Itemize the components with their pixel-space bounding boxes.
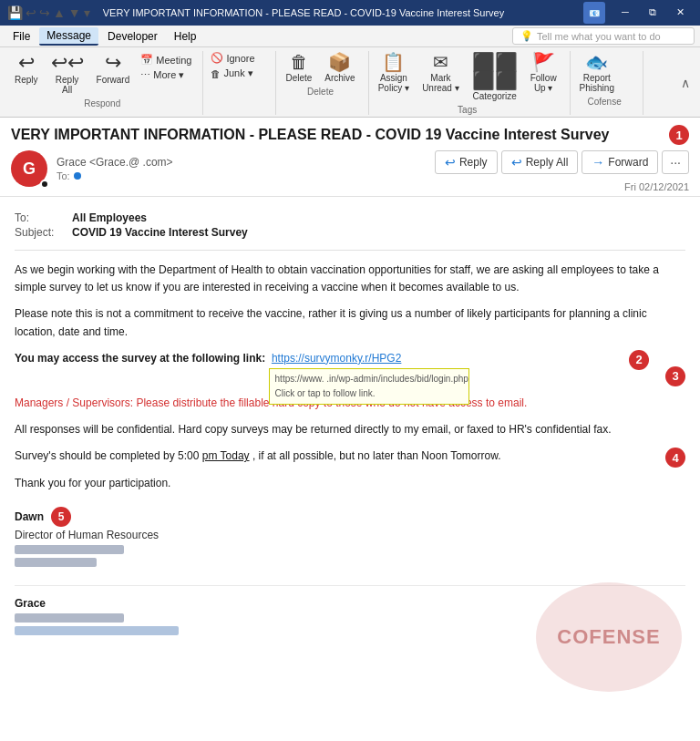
reply-button[interactable]: ↩ Reply [9, 51, 44, 87]
sender-blurred-1 [15, 613, 124, 623]
ribbon-respond-group: ↩ Reply ↩↩ ReplyAll ↪ Forward 📅 [5, 51, 203, 115]
sender-to: To: [57, 170, 173, 181]
sig-name-row: Dawn 5 [15, 507, 685, 527]
importance-badge: 1 [669, 125, 689, 145]
para4-prefix: Survey's should be completed by 5:00 [15, 449, 199, 462]
up-icon[interactable]: ▲ [53, 5, 66, 20]
outlook-icon: 📧 [583, 2, 605, 24]
sender-blurred-row [15, 613, 685, 623]
respond-buttons: ↩ Reply ↩↩ ReplyAll ↪ Forward 📅 [9, 51, 195, 97]
delete-button[interactable]: 🗑 Delete [280, 51, 317, 85]
thanks-text: Thank you for your participation. [15, 475, 685, 492]
lightbulb-icon: 💡 [520, 30, 533, 42]
archive-button[interactable]: 📦 Archive [319, 51, 360, 85]
forward-arrow-icon: → [592, 155, 604, 170]
tags-inner: 📋 AssignPolicy ▾ ✉ MarkUnread ▾ ⬛⬛⬛⬛ Cat… [373, 51, 562, 115]
body-para1: As we begin working with the Department … [15, 262, 685, 296]
title-bar: 💾 ↩ ↪ ▲ ▼ ▾ VERY IMPORTANT INFORMATION -… [0, 0, 700, 26]
delete-label: Delete [280, 87, 360, 97]
assign-policy-button[interactable]: 📋 AssignPolicy ▾ [373, 51, 415, 95]
mark-unread-icon: ✉ [433, 53, 448, 71]
assign-icon: 📋 [382, 53, 405, 71]
menu-message[interactable]: Message [39, 27, 98, 46]
categorize-button[interactable]: ⬛⬛⬛⬛ Categorize [467, 51, 523, 103]
ribbon-collapse-button[interactable]: ∧ [676, 51, 695, 115]
sender-blurred-row2 [15, 626, 685, 635]
tags-label: Tags [373, 105, 562, 115]
close-button[interactable]: ✕ [667, 2, 693, 22]
sig-blurred-line2 [15, 558, 97, 567]
header-right: ↩ Reply ↩ Reply All → Forward ··· Fri 02… [435, 150, 689, 192]
body-para2: Please note this is not a commitment to … [15, 305, 685, 340]
menu-help[interactable]: Help [167, 28, 204, 45]
cofense-inner: 🐟 ReportPhishing Cofense [574, 51, 635, 107]
undo-icon[interactable]: ↩ [26, 5, 36, 20]
down-icon[interactable]: ▼ [68, 5, 81, 20]
follow-up-button[interactable]: 🚩 FollowUp ▾ [525, 51, 562, 95]
action-buttons: ↩ Reply ↩ Reply All → Forward ··· [435, 150, 689, 174]
junk-inner: 🚫 Ignore 🗑 Junk ▾ [207, 51, 268, 80]
annotation-badge-2: 2 [629, 350, 649, 370]
more-icon: ⋯ [140, 69, 150, 81]
menu-file[interactable]: File [5, 28, 37, 45]
ribbon-cofense-group: 🐟 ReportPhishing Cofense [571, 51, 643, 115]
to-label: To: [57, 170, 70, 181]
ribbon-tags-group: 📋 AssignPolicy ▾ ✉ MarkUnread ▾ ⬛⬛⬛⬛ Cat… [369, 51, 571, 115]
subject-field: Subject: COVID 19 Vaccine Interest Surve… [15, 226, 685, 239]
ignore-button[interactable]: 🚫 Ignore [207, 51, 258, 65]
junk-buttons: 🚫 Ignore 🗑 Junk ▾ [207, 51, 268, 80]
meeting-icon: 📅 [140, 54, 153, 66]
save-icon[interactable]: 💾 [7, 5, 23, 20]
ribbon-delete-group: 🗑 Delete 📦 Archive Delete [276, 51, 368, 115]
signature-area: Dawn 5 Director of Human Resources [15, 507, 685, 567]
junk-button[interactable]: 🗑 Junk ▾ [207, 67, 258, 80]
forward-icon: ↪ [105, 53, 121, 73]
completion-row: Survey's should be completed by 5:00 pm … [15, 448, 685, 465]
to-field-label: To: [15, 211, 65, 224]
email-body: To: All Employees Subject: COVID 19 Vacc… [0, 197, 700, 741]
redo-icon[interactable]: ↪ [39, 5, 50, 20]
delete-inner: 🗑 Delete 📦 Archive Delete [280, 51, 360, 97]
email-subject: VERY IMPORTANT INFORMATION - PLEASE READ… [11, 127, 662, 143]
search-placeholder: Tell me what you want to do [537, 31, 661, 42]
menu-developer[interactable]: Developer [100, 28, 165, 45]
report-phishing-button[interactable]: 🐟 ReportPhishing [574, 51, 620, 95]
forward-action-button[interactable]: → Forward [582, 150, 658, 174]
reply-all-action-button[interactable]: ↩ Reply All [501, 150, 579, 174]
reply-action-button[interactable]: ↩ Reply [435, 150, 498, 174]
to-field: To: All Employees [15, 211, 685, 224]
respond-label: Respond [9, 98, 195, 108]
menu-search[interactable]: 💡 Tell me what you want to do [512, 27, 695, 45]
sender-info: Grace <Grace.@ .com> To: [57, 156, 173, 181]
subject-field-label: Subject: [15, 226, 65, 239]
restore-button[interactable]: ⧉ [640, 2, 665, 22]
minimize-button[interactable]: ─ [612, 2, 638, 22]
survey-link[interactable]: https://survymonky.r/HPG2 [272, 352, 401, 365]
email-fields: To: All Employees Subject: COVID 19 Vacc… [15, 211, 685, 251]
mark-unread-button[interactable]: ✉ MarkUnread ▾ [417, 51, 465, 95]
dropdown-icon[interactable]: ▾ [84, 5, 90, 20]
meeting-button[interactable]: 📅 Meeting [137, 53, 195, 67]
avatar-status-dot [40, 180, 49, 189]
cofense-label: Cofense [574, 97, 635, 107]
ribbon: ↩ Reply ↩↩ ReplyAll ↪ Forward 📅 [0, 47, 700, 118]
sender-area: G Grace <Grace.@ .com> To: [11, 150, 173, 187]
annotation-badge-3: 3 [665, 366, 685, 386]
reply-all-button[interactable]: ↩↩ ReplyAll [46, 51, 89, 97]
para4-underline: pm Today [202, 449, 250, 462]
more-actions-button[interactable]: ··· [662, 150, 689, 174]
annotation-badge-5: 5 [51, 507, 71, 527]
subject-row: VERY IMPORTANT INFORMATION - PLEASE READ… [11, 125, 689, 145]
respond-inner: ↩ Reply ↩↩ ReplyAll ↪ Forward 📅 [9, 51, 195, 108]
sender-avatar: G [11, 150, 47, 187]
email-meta-row: G Grace <Grace.@ .com> To: ↩ Reply ↩ [11, 150, 689, 192]
sender-name: Grace <Grace.@ .com> [57, 156, 173, 169]
ignore-icon: 🚫 [211, 52, 223, 64]
junk-icon: 🗑 [211, 68, 221, 79]
more-button[interactable]: ⋯ More ▾ [137, 68, 195, 82]
forward-button[interactable]: ↪ Forward [91, 51, 136, 87]
body-para3: All responses will be confidential. Hard… [15, 421, 685, 438]
delete-icon: 🗑 [290, 53, 308, 71]
phishing-icon: 🐟 [585, 53, 608, 71]
cofense-buttons: 🐟 ReportPhishing [574, 51, 635, 95]
